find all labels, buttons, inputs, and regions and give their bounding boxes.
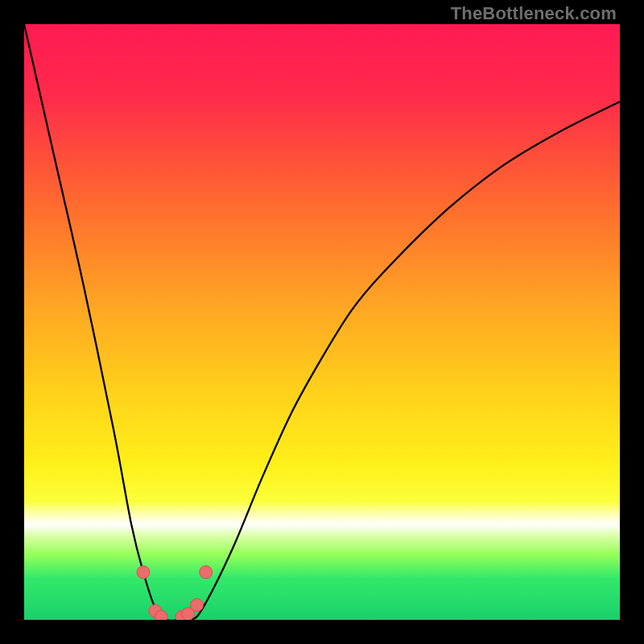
chart-frame: TheBottleneck.com (0, 0, 644, 644)
marker-points (24, 24, 620, 620)
watermark-text: TheBottleneck.com (451, 3, 617, 24)
plot-area (24, 24, 620, 620)
marker-dot (155, 610, 167, 620)
marker-dot (200, 566, 213, 579)
marker-dot (137, 566, 150, 579)
marker-dot (191, 599, 204, 612)
